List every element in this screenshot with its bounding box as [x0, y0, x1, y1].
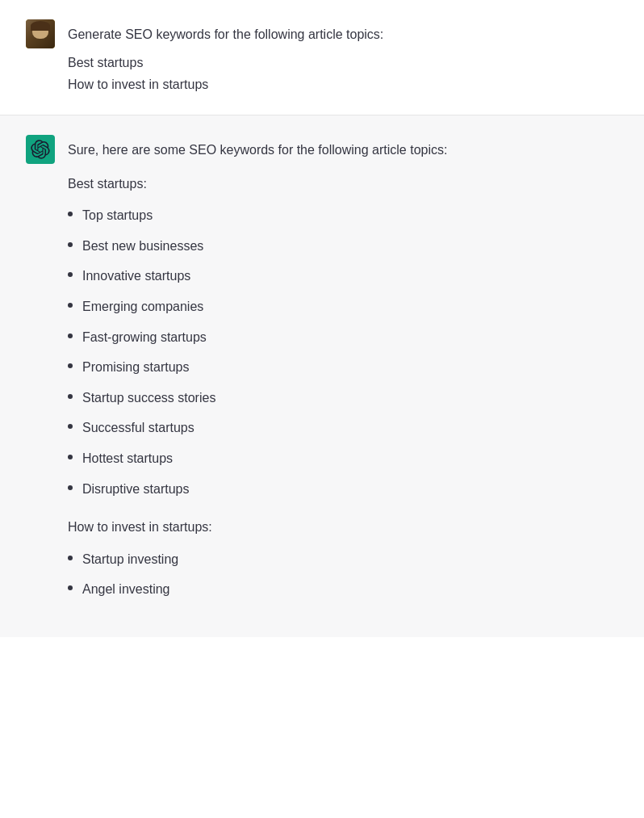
list-item: Emerging companies: [68, 292, 618, 322]
bullet-icon: [68, 424, 73, 429]
assistant-message: Sure, here are some SEO keywords for the…: [0, 115, 644, 637]
user-message: Generate SEO keywords for the following …: [0, 0, 644, 115]
bullet-icon: [68, 272, 73, 277]
bullet-icon: [68, 242, 73, 247]
user-topic-2: How to invest in startups: [68, 73, 618, 95]
user-intro-text: Generate SEO keywords for the following …: [68, 24, 618, 45]
bullet-icon: [68, 455, 73, 459]
best-startups-list: Top startups Best new businesses Innovat…: [68, 200, 618, 504]
list-item: Hottest startups: [68, 443, 618, 474]
bullet-icon: [68, 556, 73, 560]
user-topic-1: Best startups: [68, 52, 618, 73]
list-item: Innovative startups: [68, 261, 618, 292]
chatgpt-avatar: [26, 135, 55, 164]
list-item: Successful startups: [68, 413, 618, 443]
list-item: Disruptive startups: [68, 474, 618, 505]
list-item: Startup success stories: [68, 383, 618, 413]
bullet-icon: [68, 585, 73, 590]
user-avatar: [26, 19, 55, 48]
bullet-icon: [68, 303, 73, 308]
invest-startups-list: Startup investing Angel investing: [68, 544, 618, 605]
list-item: Angel investing: [68, 574, 618, 605]
bullet-icon: [68, 394, 73, 399]
list-item: Startup investing: [68, 544, 618, 575]
bullet-icon: [68, 485, 73, 490]
list-item: Best new businesses: [68, 231, 618, 262]
chatgpt-logo-icon: [31, 140, 50, 159]
bullet-icon: [68, 363, 73, 368]
chat-container: Generate SEO keywords for the following …: [0, 0, 644, 637]
list-item: Fast-growing startups: [68, 322, 618, 353]
list-item: Top startups: [68, 200, 618, 231]
user-message-content: Generate SEO keywords for the following …: [68, 19, 618, 95]
assistant-message-content: Sure, here are some SEO keywords for the…: [68, 135, 618, 618]
assistant-intro: Sure, here are some SEO keywords for the…: [68, 140, 618, 161]
list-item: Promising startups: [68, 352, 618, 383]
bullet-icon: [68, 212, 73, 216]
section-1-header: Best startups:: [68, 174, 618, 195]
section-2-header: How to invest in startups:: [68, 517, 618, 538]
bullet-icon: [68, 333, 73, 338]
